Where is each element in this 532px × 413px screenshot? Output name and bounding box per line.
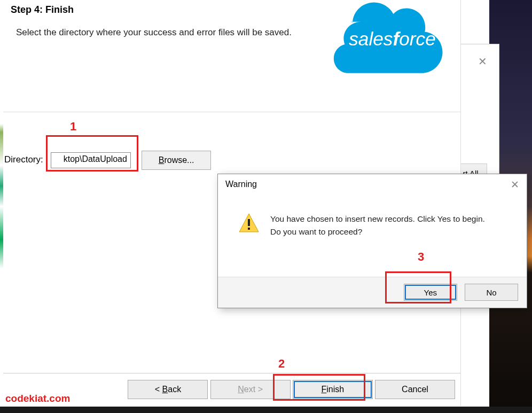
warning-dialog: Warning ✕ You have chosen to insert new … bbox=[217, 174, 527, 308]
dialog-titlebar: Warning ✕ bbox=[218, 174, 527, 197]
taskbar bbox=[0, 407, 532, 413]
dialog-footer: Yes No bbox=[218, 277, 527, 308]
next-button: Next > bbox=[210, 380, 291, 399]
finish-button[interactable]: Finish bbox=[293, 380, 373, 399]
annotation-number-3: 3 bbox=[418, 250, 424, 264]
back-button[interactable]: < Back bbox=[128, 380, 208, 399]
salesforce-logo: salesforce bbox=[330, 0, 455, 91]
warning-icon bbox=[238, 213, 260, 234]
watermark-text: codekiat.com bbox=[5, 393, 70, 404]
svg-text:salesforce: salesforce bbox=[349, 28, 436, 49]
wizard-footer: < Back Next > Finish Cancel bbox=[3, 373, 460, 406]
annotation-number-1: 1 bbox=[70, 120, 76, 134]
annotation-number-2: 2 bbox=[278, 357, 285, 371]
background-window: ✕ bbox=[457, 44, 499, 183]
cancel-button[interactable]: Cancel bbox=[375, 380, 455, 399]
close-icon[interactable]: ✕ bbox=[511, 178, 519, 191]
directory-input[interactable]: ktop\DataUpload bbox=[51, 152, 131, 168]
yes-button[interactable]: Yes bbox=[404, 284, 457, 301]
svg-rect-2 bbox=[248, 228, 250, 230]
directory-label: Directory: bbox=[4, 154, 43, 165]
no-button[interactable]: No bbox=[465, 284, 518, 301]
browse-button[interactable]: Browse... bbox=[142, 151, 211, 170]
dialog-message: You have chosen to insert new records. C… bbox=[270, 213, 485, 238]
wizard-header: Step 4: Finish Select the directory wher… bbox=[3, 0, 460, 112]
dialog-title: Warning bbox=[225, 180, 257, 189]
svg-rect-1 bbox=[248, 219, 250, 226]
close-icon[interactable]: ✕ bbox=[478, 55, 487, 68]
